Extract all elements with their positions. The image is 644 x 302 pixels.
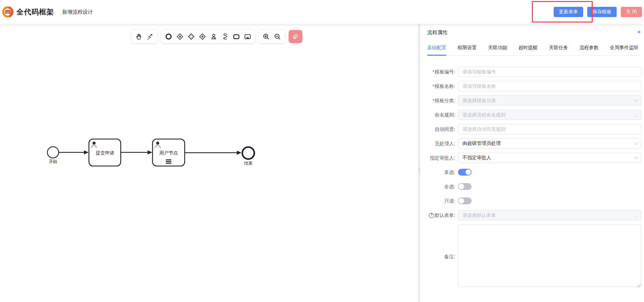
panel-tabs: 基础配置 权限设置 关联功能 超时提醒 关联任务 流程参数 全局事件监听 (427, 45, 641, 56)
task1-label: 提交申请 (95, 150, 114, 155)
ellipsis-icon: ... (633, 213, 638, 218)
field-label: 无处理人: (427, 138, 458, 149)
end-event-node[interactable] (242, 147, 254, 159)
remark-textarea[interactable] (458, 224, 641, 287)
process-properties-panel: 流程属性 » 基础配置 权限设置 关联功能 超时提醒 关联任务 流程参数 全局事… (420, 24, 644, 302)
brand-name: 全代码框架 (16, 7, 54, 17)
collapse-panel-icon[interactable]: » (638, 29, 641, 34)
help-question-icon[interactable]: ? (429, 213, 434, 218)
auto-agree-input[interactable] (458, 124, 641, 134)
tab-related-tasks[interactable]: 关联任务 (549, 45, 568, 55)
chevron-down-icon (634, 140, 639, 145)
field-label: 自动同意: (427, 124, 458, 134)
field-label: 多选: (427, 167, 458, 177)
field-label: 备注: (427, 251, 458, 262)
field-label: *模板分类: (427, 95, 458, 106)
tab-global-event-listener[interactable]: 全局事件监听 (610, 45, 639, 55)
user-task-icon[interactable] (209, 32, 219, 41)
start-event-node[interactable] (48, 147, 59, 158)
field-label: *模板名称: (427, 81, 458, 91)
multi-select-toggle[interactable] (458, 169, 472, 176)
start-event-label: 开始 (49, 159, 57, 164)
tab-permission-settings[interactable]: 权限设置 (458, 45, 477, 55)
template-code-input[interactable] (458, 67, 641, 77)
chevron-down-icon (634, 97, 639, 102)
field-label: 全选: (427, 181, 458, 192)
field-label: ? 默认表单: (427, 210, 458, 220)
zoom-out-icon[interactable] (273, 32, 282, 41)
save-template-button[interactable]: 保存模板 (587, 7, 617, 17)
read-only-toggle[interactable] (458, 197, 472, 204)
select-all-toggle[interactable] (458, 183, 472, 190)
basic-config-form: *模板编号: *模板名称: *模板分类: 命名规则: ... 自动同意: (427, 67, 641, 288)
bpmn-canvas[interactable]: 开始 提交申请 用户节点 结束 (0, 24, 418, 302)
chevron-down-icon (634, 155, 639, 159)
subprocess-icon[interactable] (243, 32, 252, 41)
close-button[interactable]: 关 闭 (621, 7, 642, 17)
parallel-gateway-icon[interactable] (198, 32, 207, 41)
multi-instance-marker-icon (166, 160, 171, 164)
app-header: 全代码框架 新增流程设计 更新表单 保存模板 关 闭 (0, 0, 644, 24)
script-task-icon[interactable] (220, 32, 230, 41)
assigned-approver-select[interactable] (458, 153, 641, 163)
tab-related-functions[interactable]: 关联功能 (488, 45, 507, 55)
no-handler-select[interactable] (458, 138, 641, 149)
default-form-picker[interactable] (458, 210, 641, 220)
start-event-icon[interactable] (164, 32, 173, 41)
hand-tool-icon[interactable] (134, 32, 144, 41)
field-label: 只读: (427, 196, 458, 206)
zoom-in-icon[interactable] (261, 32, 271, 41)
toolbar-group-nodes (161, 30, 255, 43)
panel-resize-divider[interactable]: ... (418, 24, 420, 302)
template-name-input[interactable] (458, 81, 641, 91)
tab-basic-config[interactable]: 基础配置 (427, 45, 446, 55)
toolbar-group-tools (132, 30, 157, 43)
tab-timeout-reminder[interactable]: 超时提醒 (518, 45, 538, 55)
field-label: 指定审批人: (427, 153, 458, 163)
connect-tool-icon[interactable] (145, 32, 155, 41)
template-category-select[interactable] (458, 95, 641, 106)
panel-title: 流程属性 (427, 29, 448, 36)
naming-rule-picker[interactable] (458, 110, 641, 120)
page-title: 新增流程设计 (62, 9, 93, 15)
clear-canvas-brush-icon[interactable] (289, 30, 302, 43)
divider-drag-handle-icon[interactable]: ... (418, 167, 420, 172)
inclusive-gateway-icon[interactable] (186, 32, 196, 41)
brand-logo-icon (1, 5, 15, 19)
tab-process-params[interactable]: 流程参数 (579, 45, 599, 55)
exclusive-gateway-icon[interactable] (175, 32, 185, 41)
task2-label: 用户节点 (159, 150, 178, 155)
task-icon[interactable] (232, 32, 241, 41)
toolbar-group-zoom (259, 30, 285, 43)
field-label: 命名规则: (427, 110, 458, 120)
field-label: *模板编号: (427, 67, 458, 77)
canvas-toolbar (132, 30, 302, 43)
update-form-button[interactable]: 更新表单 (554, 7, 583, 17)
ellipsis-icon: ... (633, 112, 638, 118)
end-event-label: 结束 (244, 161, 253, 166)
bpmn-diagram: 开始 提交申请 用户节点 结束 (0, 24, 418, 302)
